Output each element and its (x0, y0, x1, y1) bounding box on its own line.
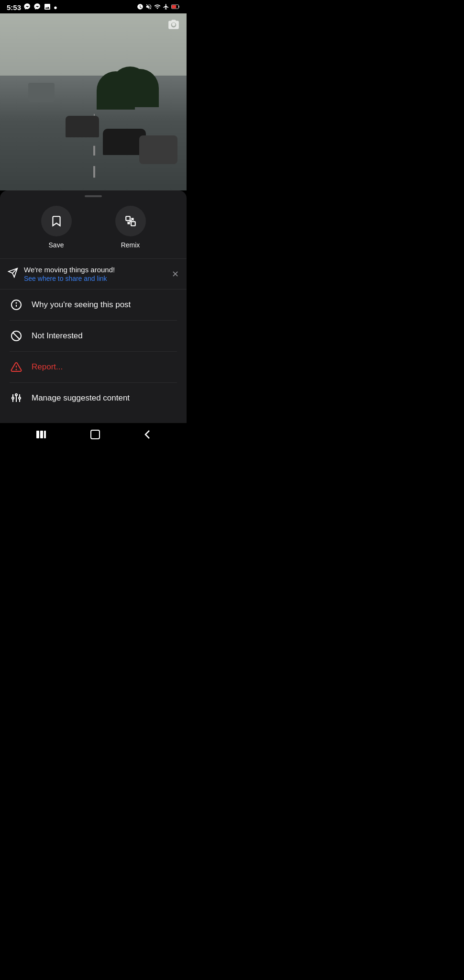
car3 (139, 135, 177, 164)
camera-icon (167, 18, 180, 33)
bottom-sheet: Save Remix We're m (0, 190, 187, 423)
photos-icon (44, 3, 51, 12)
manage-suggested-item[interactable]: Manage suggested content (0, 383, 187, 413)
nav-menu-button[interactable] (28, 426, 55, 445)
close-icon[interactable]: ✕ (172, 269, 179, 279)
dot-icon: ● (54, 4, 57, 11)
settings-sliders-icon (10, 391, 23, 405)
wifi-icon (154, 3, 161, 11)
drag-handle-bar (85, 195, 102, 197)
save-circle (41, 206, 72, 236)
svg-rect-1 (172, 5, 176, 8)
remix-label: Remix (121, 241, 140, 249)
car1 (66, 116, 99, 137)
not-interested-text: Not Interested (32, 331, 83, 341)
airplane-icon (163, 3, 169, 11)
report-text: Report... (32, 362, 63, 372)
svg-point-13 (12, 397, 14, 399)
why-seeing-text: Why you're seeing this post (32, 300, 131, 310)
svg-rect-25 (91, 430, 99, 439)
sky (0, 13, 187, 76)
share-banner-icon (8, 267, 18, 280)
alarm-icon (137, 3, 144, 11)
svg-rect-2 (126, 216, 130, 221)
save-action[interactable]: Save (41, 206, 72, 249)
battery-icon (171, 4, 180, 11)
not-interested-item[interactable]: Not Interested (0, 321, 187, 351)
remix-action[interactable]: Remix (115, 206, 146, 249)
status-bar: 5:53 ● (0, 0, 187, 13)
share-banner-link[interactable]: See where to share and link (24, 275, 166, 282)
truck (28, 83, 55, 102)
svg-point-15 (19, 397, 21, 399)
messenger-icon (23, 3, 31, 12)
share-banner: We're moving things around! See where to… (0, 258, 187, 290)
video-area (0, 13, 187, 190)
svg-rect-22 (36, 431, 39, 438)
messenger2-icon (33, 3, 41, 12)
info-icon (10, 298, 23, 312)
status-time: 5:53 (7, 3, 21, 11)
svg-rect-23 (40, 431, 43, 438)
why-seeing-item[interactable]: Why you're seeing this post (0, 290, 187, 320)
svg-rect-24 (44, 431, 46, 438)
nav-home-button[interactable] (82, 425, 109, 446)
svg-rect-3 (131, 222, 135, 226)
not-interested-icon (10, 329, 23, 343)
trees-silhouette (111, 67, 149, 105)
nav-back-button[interactable] (136, 425, 159, 446)
report-icon (10, 360, 23, 374)
bottom-nav (0, 423, 187, 448)
mute-icon (145, 3, 152, 11)
svg-line-10 (13, 333, 20, 339)
road-scene (0, 13, 187, 190)
action-row: Save Remix (0, 200, 187, 258)
drag-handle[interactable] (0, 190, 187, 200)
share-banner-title: We're moving things around! (24, 266, 166, 274)
remix-circle (115, 206, 146, 236)
manage-suggested-text: Manage suggested content (32, 393, 130, 403)
status-right (137, 3, 180, 11)
report-item[interactable]: Report... (0, 352, 187, 382)
share-banner-text: We're moving things around! See where to… (24, 266, 166, 282)
status-left: 5:53 ● (7, 3, 57, 12)
save-label: Save (49, 241, 64, 249)
